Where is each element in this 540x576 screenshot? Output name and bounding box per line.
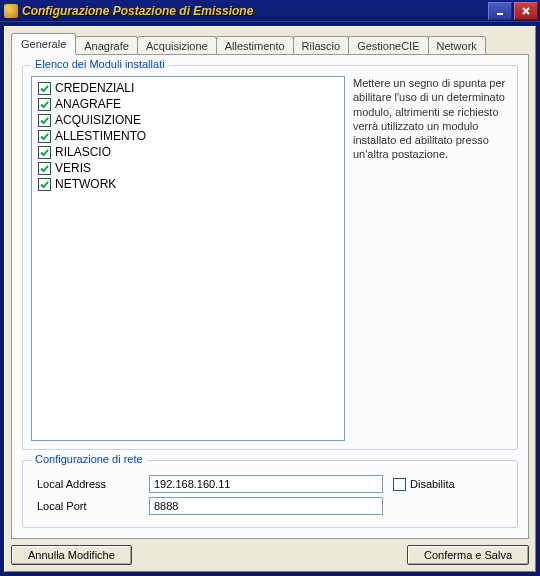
module-label: CREDENZIALI: [55, 81, 134, 95]
module-label: NETWORK: [55, 177, 116, 191]
module-label: VERIS: [55, 161, 91, 175]
module-label: RILASCIO: [55, 145, 111, 159]
save-button[interactable]: Conferma e Salva: [407, 545, 529, 565]
check-icon[interactable]: [38, 146, 51, 159]
cancel-button[interactable]: Annulla Modifiche: [11, 545, 132, 565]
module-label: ALLESTIMENTO: [55, 129, 146, 143]
modules-listbox[interactable]: CREDENZIALI ANAGRAFE ACQUISIZIONE A: [31, 76, 345, 441]
module-item-allestimento[interactable]: ALLESTIMENTO: [38, 129, 338, 143]
tab-network[interactable]: Network: [428, 36, 486, 55]
check-icon[interactable]: [38, 162, 51, 175]
check-icon[interactable]: [38, 130, 51, 143]
module-item-network[interactable]: NETWORK: [38, 177, 338, 191]
minimize-button[interactable]: [488, 2, 512, 20]
check-icon[interactable]: [38, 178, 51, 191]
module-item-anagrafe[interactable]: ANAGRAFE: [38, 97, 338, 111]
tab-rilascio[interactable]: Rilascio: [293, 36, 350, 55]
network-group: Configurazione di rete Local Address Dis…: [22, 460, 518, 528]
modules-legend: Elenco dei Moduli installati: [31, 58, 169, 70]
tab-generale[interactable]: Generale: [11, 33, 76, 55]
local-port-input[interactable]: [149, 497, 383, 515]
local-port-label: Local Port: [31, 500, 149, 512]
close-button[interactable]: [514, 2, 538, 20]
client-area: Generale Anagrafe Acquisizione Allestime…: [4, 26, 536, 572]
disable-label: Disabilita: [410, 478, 455, 490]
network-legend: Configurazione di rete: [31, 453, 147, 465]
local-address-input[interactable]: [149, 475, 383, 493]
checkbox-icon[interactable]: [393, 478, 406, 491]
app-icon: [4, 4, 18, 18]
disable-checkbox[interactable]: Disabilita: [393, 478, 455, 491]
local-address-label: Local Address: [31, 478, 149, 490]
tab-anagrafe[interactable]: Anagrafe: [75, 36, 138, 55]
modules-group: Elenco dei Moduli installati CREDENZIALI…: [22, 65, 518, 450]
config-window: Configurazione Postazione di Emissione G…: [0, 0, 540, 576]
check-icon[interactable]: [38, 98, 51, 111]
check-icon[interactable]: [38, 82, 51, 95]
module-item-rilascio[interactable]: RILASCIO: [38, 145, 338, 159]
footer-buttons: Annulla Modifiche Conferma e Salva: [11, 545, 529, 565]
module-label: ACQUISIZIONE: [55, 113, 141, 127]
module-item-acquisizione[interactable]: ACQUISIZIONE: [38, 113, 338, 127]
module-label: ANAGRAFE: [55, 97, 121, 111]
titlebar[interactable]: Configurazione Postazione di Emissione: [0, 0, 540, 22]
module-item-credenziali[interactable]: CREDENZIALI: [38, 81, 338, 95]
titlebar-controls: [486, 2, 538, 20]
tab-acquisizione[interactable]: Acquisizione: [137, 36, 217, 55]
window-title: Configurazione Postazione di Emissione: [22, 4, 486, 18]
check-icon[interactable]: [38, 114, 51, 127]
module-item-veris[interactable]: VERIS: [38, 161, 338, 175]
modules-description: Mettere un segno di spunta per abilitare…: [351, 76, 509, 441]
tab-page-generale: Elenco dei Moduli installati CREDENZIALI…: [11, 54, 529, 539]
tab-allestimento[interactable]: Allestimento: [216, 36, 294, 55]
tab-gestionecie[interactable]: GestioneCIE: [348, 36, 428, 55]
tabs-row: Generale Anagrafe Acquisizione Allestime…: [11, 33, 529, 55]
